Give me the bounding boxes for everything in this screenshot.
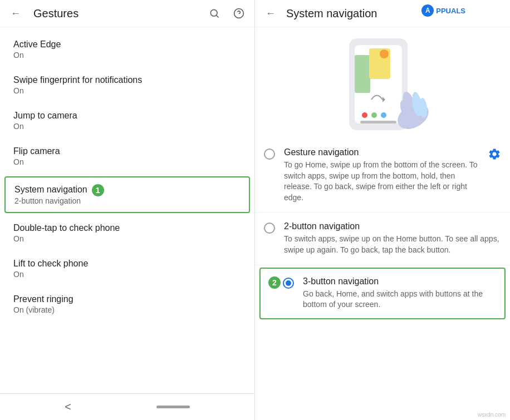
back-button[interactable]: ← (9, 7, 22, 20)
nav-options-list: Gesture navigation To go Home, swipe up … (255, 139, 510, 420)
right-page-title: System navigation (286, 7, 501, 20)
three-button-nav-content: 3-button navigation Go back, Home, and s… (303, 276, 497, 310)
three-button-nav-option[interactable]: 2 3-button navigation Go back, Home, and… (259, 268, 506, 319)
svg-rect-6 (355, 55, 370, 93)
gesture-nav-content: Gesture navigation To go Home, swipe up … (284, 147, 483, 203)
svg-point-11 (381, 112, 386, 118)
phone-illustration-container (255, 27, 510, 139)
help-button[interactable] (232, 7, 246, 20)
setting-swipe-fingerprint[interactable]: Swipe fingerprint for notifications On (0, 67, 254, 103)
setting-system-navigation[interactable]: System navigation 1 2-button navigation (4, 176, 250, 213)
watermark: wsxdn.com (478, 412, 506, 418)
svg-point-0 (210, 9, 217, 16)
left-page-title: Gestures (33, 7, 197, 20)
svg-point-10 (371, 112, 377, 118)
left-header-icons (208, 7, 246, 20)
right-back-button[interactable]: ← (264, 7, 277, 20)
logo-icon: A (421, 4, 434, 17)
svg-point-9 (362, 112, 367, 118)
two-button-nav-title: 2-button navigation (284, 221, 501, 231)
gesture-nav-radio[interactable] (264, 149, 275, 160)
setting-flip-camera[interactable]: Flip camera On (0, 139, 254, 174)
settings-list: Active Edge On Swipe fingerprint for not… (0, 27, 254, 393)
badge-1: 1 (92, 184, 104, 196)
right-header: ← System navigation (255, 0, 510, 27)
svg-line-1 (217, 16, 219, 18)
phone-illustration-svg (327, 33, 438, 139)
three-button-nav-radio[interactable] (283, 278, 294, 289)
right-panel: A PPUALS ← System navigation (255, 0, 510, 420)
gesture-nav-desc: To go Home, swipe up from the bottom of … (284, 160, 483, 203)
two-button-nav-radio[interactable] (264, 223, 275, 234)
two-button-nav-desc: To switch apps, swipe up on the Home but… (284, 234, 501, 255)
home-nav-pill[interactable] (156, 406, 190, 408)
setting-prevent-ringing[interactable]: Prevent ringing On (vibrate) (0, 286, 254, 322)
gesture-nav-title: Gesture navigation (284, 147, 483, 157)
three-button-nav-desc: Go back, Home, and switch apps with butt… (303, 289, 497, 310)
two-button-nav-option[interactable]: 2-button navigation To switch apps, swip… (255, 213, 510, 265)
left-header: ← Gestures (0, 0, 254, 27)
back-nav-button[interactable]: < (65, 401, 71, 413)
setting-jump-to-camera[interactable]: Jump to camera On (0, 103, 254, 139)
badge-2: 2 (268, 276, 281, 289)
gesture-nav-settings-button[interactable] (488, 147, 501, 164)
appuals-logo: A PPUALS (421, 4, 465, 17)
setting-double-tap[interactable]: Double-tap to check phone On (0, 215, 254, 251)
svg-point-8 (380, 50, 389, 58)
setting-active-edge[interactable]: Active Edge On (0, 32, 254, 67)
two-button-nav-content: 2-button navigation To switch apps, swip… (284, 221, 501, 255)
left-panel: ← Gestures Active Edge On (0, 0, 255, 420)
gesture-nav-option[interactable]: Gesture navigation To go Home, swipe up … (255, 139, 510, 213)
bottom-navigation-bar: < (0, 393, 254, 420)
radio-selected-indicator (286, 280, 291, 286)
setting-lift-to-check[interactable]: Lift to check phone On (0, 251, 254, 286)
search-button[interactable] (208, 7, 221, 20)
three-button-nav-title: 3-button navigation (303, 276, 497, 286)
svg-rect-12 (360, 121, 396, 123)
